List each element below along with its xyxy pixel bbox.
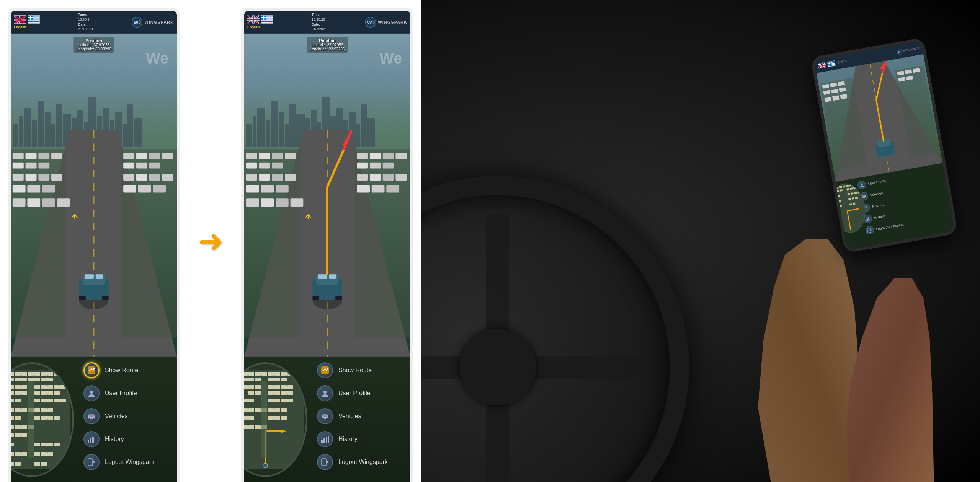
svg-point-319	[326, 418, 328, 420]
mini-menu-items: User Profile Vehicles	[857, 167, 951, 235]
menu-item-user-profile-1[interactable]: User Profile	[83, 385, 171, 401]
svg-rect-130	[34, 416, 40, 420]
show-route-icon-2[interactable]	[317, 362, 333, 378]
svg-rect-78	[54, 372, 60, 376]
svg-rect-321	[323, 438, 325, 443]
svg-line-4	[14, 16, 26, 24]
svg-rect-279	[287, 391, 293, 395]
circle-menu-1	[8, 362, 74, 477]
svg-rect-275	[255, 391, 261, 395]
svg-rect-73	[21, 372, 27, 376]
svg-rect-208	[259, 163, 270, 169]
history-icon-1[interactable]	[83, 431, 100, 447]
svg-rect-16	[28, 21, 40, 22]
history-icon-2[interactable]	[317, 431, 333, 447]
latitude-2: Latitude: 37.92056	[310, 43, 345, 47]
menu-item-logout-2[interactable]: Logout Wingspark	[317, 454, 405, 470]
vehicles-icon-1[interactable]	[83, 408, 100, 424]
we-text-1: We	[146, 50, 168, 67]
svg-rect-93	[21, 385, 27, 389]
svg-rect-94	[34, 385, 40, 389]
svg-rect-209	[272, 163, 283, 169]
menu-item-logout-1[interactable]: Logout Wingspark	[83, 454, 171, 470]
svg-rect-5	[19, 16, 21, 24]
svg-rect-216	[276, 185, 289, 193]
menu-item-show-route-2[interactable]: Show Route	[317, 362, 405, 378]
svg-rect-259	[255, 378, 261, 381]
menu-item-history-1[interactable]: History	[83, 431, 171, 447]
lang-label-2: English	[247, 25, 260, 29]
svg-rect-221	[357, 153, 368, 159]
show-route-label-1: Show Route	[105, 367, 138, 374]
svg-rect-125	[47, 408, 53, 412]
svg-rect-31	[51, 153, 62, 159]
svg-line-1	[14, 16, 26, 24]
svg-rect-154	[8, 452, 14, 456]
svg-rect-271	[287, 385, 293, 389]
map-area-2: Position Latitude: 37.92056 Longitude: 2…	[244, 34, 410, 357]
svg-rect-45	[57, 198, 70, 207]
svg-rect-64	[96, 274, 103, 279]
svg-rect-18	[28, 23, 40, 23]
svg-rect-37	[38, 174, 49, 181]
menu-item-vehicles-1[interactable]: Vehicles	[83, 408, 171, 424]
svg-rect-290	[242, 408, 248, 412]
user-profile-label-2: User Profile	[338, 390, 371, 397]
svg-rect-147	[8, 443, 14, 446]
mini-vehicles-label: Vehicles	[870, 191, 883, 197]
svg-rect-102	[15, 391, 21, 395]
svg-rect-86	[34, 378, 40, 381]
svg-rect-111	[15, 399, 21, 402]
svg-rect-217	[246, 198, 259, 207]
lang-label-1: English	[14, 25, 26, 29]
parking-lot-svg-2	[241, 370, 304, 469]
svg-rect-138	[21, 425, 27, 429]
svg-rect-42	[13, 198, 26, 207]
svg-rect-101	[8, 391, 14, 395]
svg-rect-234	[386, 185, 399, 193]
svg-rect-258	[248, 378, 254, 381]
menu-item-history-2[interactable]: History	[317, 431, 405, 447]
svg-point-169	[90, 391, 93, 394]
svg-rect-48	[149, 153, 160, 159]
svg-rect-291	[248, 408, 254, 412]
user-profile-icon-1[interactable]	[83, 385, 100, 401]
menu-item-user-profile-2[interactable]: User Profile	[317, 385, 405, 401]
svg-rect-137	[15, 425, 21, 429]
svg-rect-136	[8, 425, 14, 429]
svg-rect-58	[138, 185, 151, 193]
svg-rect-286	[281, 399, 287, 402]
svg-rect-306	[242, 425, 248, 429]
show-route-icon-1[interactable]	[83, 362, 100, 378]
svg-rect-295	[274, 408, 280, 412]
svg-rect-203	[246, 153, 257, 159]
svg-rect-285	[274, 399, 280, 402]
svg-point-315	[323, 391, 327, 394]
svg-rect-104	[34, 391, 40, 395]
logout-icon-2[interactable]	[317, 454, 333, 470]
svg-rect-74	[28, 372, 34, 376]
svg-rect-142	[8, 433, 14, 437]
svg-rect-250	[261, 372, 267, 376]
vehicles-label-1: Vehicles	[105, 413, 128, 420]
position-overlay-2: Position Latitude: 37.92056 Longitude: 2…	[307, 37, 348, 53]
svg-rect-162	[8, 462, 14, 466]
road-svg-2	[244, 130, 410, 357]
svg-rect-222	[370, 153, 381, 159]
vehicles-icon-2[interactable]	[317, 408, 333, 424]
svg-rect-260	[268, 378, 274, 381]
history-label-2: History	[338, 436, 358, 443]
svg-rect-76	[41, 372, 47, 376]
svg-rect-270	[281, 385, 287, 389]
svg-rect-0	[14, 16, 26, 24]
menu-item-show-route-1[interactable]: Show Route	[83, 362, 171, 378]
svg-point-408	[861, 183, 863, 186]
logout-icon-1[interactable]	[83, 454, 100, 470]
svg-rect-164	[34, 462, 40, 466]
svg-rect-176	[92, 437, 94, 443]
user-profile-icon-2[interactable]	[317, 385, 333, 401]
menu-item-vehicles-2[interactable]: Vehicles	[317, 408, 405, 424]
svg-point-243	[307, 217, 309, 219]
svg-rect-307	[248, 425, 254, 429]
svg-rect-238	[318, 274, 327, 279]
